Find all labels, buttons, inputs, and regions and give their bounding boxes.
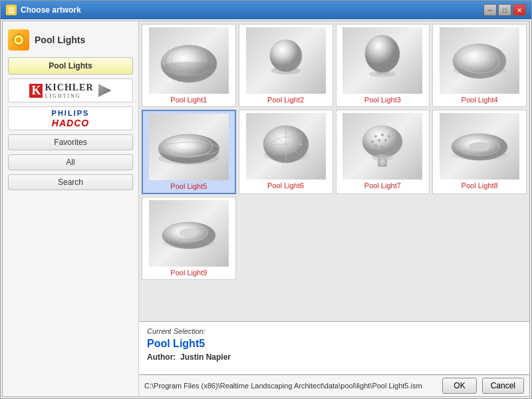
svg-point-31 [374,135,377,138]
sidebar-header: Pool Lights [8,27,133,53]
thumb-label-2: Pool Light2 [267,96,304,104]
svg-point-36 [384,139,387,142]
svg-point-39 [381,146,384,148]
philips-hadco-logo: PHILIPS HADCO [52,109,90,128]
svg-point-37 [391,140,394,143]
sidebar-header-text: Pool Lights [35,35,85,45]
thumb-canvas-9 [149,200,229,267]
window-icon: 🖼 [6,5,17,15]
author-label: Author: [147,352,176,362]
philips-text: PHILIPS [52,109,90,117]
thumb-canvas-2 [246,27,326,94]
search-button[interactable]: Search [8,174,133,190]
thumb-canvas-6 [246,113,326,180]
kichler-brand-button[interactable]: K KICHLER LIGHTING [8,78,133,102]
thumb-pool-light-9[interactable]: Pool Light9 [142,197,236,280]
thumb-pool-light-8[interactable]: Pool Light8 [432,110,527,194]
thumb-pool-light-4[interactable]: Pool Light4 [432,24,527,107]
svg-point-35 [378,139,380,142]
cancel-button[interactable]: Cancel [482,378,524,394]
author-info: Author: Justin Napier [147,352,521,362]
thumb-label-5: Pool Light5 [170,182,207,190]
svg-point-32 [381,134,384,136]
author-name: Justin Napier [180,352,231,362]
kichler-arrow-icon [98,84,112,97]
thumb-canvas-1 [149,27,229,94]
svg-point-12 [270,40,302,72]
kichler-logo: K KICHLER LIGHTING [29,82,111,99]
svg-point-50 [180,229,198,237]
file-path: C:\Program Files (x86)\Realtime Landscap… [144,382,437,390]
titlebar-buttons: ─ □ ✕ [483,4,526,16]
sidebar-header-icon [8,29,29,51]
info-bar: Current Selection: Pool Light5 Author: J… [139,321,529,374]
kichler-text: KICHLER LIGHTING [45,82,93,99]
path-bar: C:\Program Files (x86)\Realtime Landscap… [139,374,529,396]
main-area: Pool Light1 [139,21,529,396]
svg-point-20 [158,134,219,164]
kichler-k: K [29,84,43,98]
thumb-pool-light-3[interactable]: Pool Light3 [336,24,430,107]
svg-point-30 [362,126,402,158]
thumb-canvas-8 [440,113,519,180]
svg-point-40 [388,144,390,147]
svg-point-46 [469,142,490,152]
favorites-button[interactable]: Favorites [8,134,133,150]
thumb-label-6: Pool Light6 [267,182,304,190]
thumb-pool-light-2[interactable]: Pool Light2 [239,24,333,107]
thumb-label-7: Pool Light7 [364,182,401,190]
window-title: Choose artwork [21,5,479,15]
maximize-button[interactable]: □ [498,4,511,16]
thumb-canvas-3 [342,27,422,94]
thumb-label-3: Pool Light3 [364,96,401,104]
hadco-text: HADCO [52,118,89,128]
philips-hadco-brand-button[interactable]: PHILIPS HADCO [8,106,133,130]
thumb-canvas-5 [149,114,229,180]
artwork-grid: Pool Light1 [142,24,527,280]
svg-point-38 [374,144,377,147]
kichler-lighting: LIGHTING [45,93,93,99]
kichler-name: KICHLER [45,82,93,93]
pool-lights-button[interactable]: Pool Lights [8,57,133,74]
svg-point-34 [371,140,374,143]
thumb-label-9: Pool Light9 [170,269,207,277]
thumb-pool-light-1[interactable]: Pool Light1 [142,24,236,107]
thumb-pool-light-6[interactable]: Pool Light6 [239,110,333,194]
svg-point-15 [365,35,400,72]
selected-item-name: Pool Light5 [147,338,521,350]
svg-point-42 [372,154,393,161]
all-button[interactable]: All [8,154,133,170]
sidebar: Pool Lights Pool Lights K KICHLER LIGHTI… [3,21,139,396]
main-window: 🖼 Choose artwork ─ □ ✕ [0,0,532,399]
thumb-label-8: Pool Light8 [462,182,498,190]
svg-point-1 [16,37,21,43]
close-button[interactable]: ✕ [513,4,526,16]
content-area: Pool Lights Pool Lights K KICHLER LIGHTI… [2,21,530,397]
thumb-pool-light-7[interactable]: Pool Light7 [336,110,430,194]
svg-point-9 [161,62,217,72]
titlebar: 🖼 Choose artwork ─ □ ✕ [1,1,531,19]
grid-scroll[interactable]: Pool Light1 [139,21,529,321]
thumb-pool-light-5[interactable]: Pool Light5 [142,110,236,194]
thumb-canvas-7 [342,113,422,180]
svg-point-33 [388,135,390,138]
minimize-button[interactable]: ─ [483,4,497,16]
thumb-label-1: Pool Light1 [170,96,207,104]
thumb-canvas-4 [440,27,519,94]
thumb-label-4: Pool Light4 [462,96,498,104]
selection-label: Current Selection: [147,327,521,335]
ok-button[interactable]: OK [442,378,476,394]
